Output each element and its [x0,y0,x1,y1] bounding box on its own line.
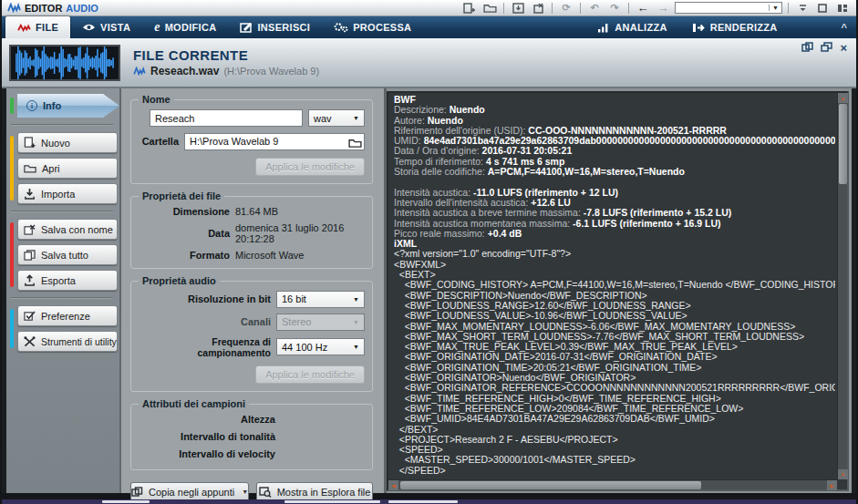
folder-path-input[interactable] [184,133,365,150]
tools-icon [24,336,36,347]
waveform-file-icon [133,67,146,76]
app-window: EDITORAUDIO ⟳ ↶ ↷ ← → ▼ FILE [0,0,858,504]
sidebar-item-preferenze[interactable]: Preferenze [17,305,118,326]
back-icon[interactable]: ← [635,2,651,15]
redo-icon[interactable]: ↷ [606,2,623,15]
sidebar-esporta-label: Esporta [41,275,76,286]
collapse-ribbon-icon[interactable] [794,2,811,15]
folder-open-icon [24,163,36,173]
tab-inserisci[interactable]: INSERISCI [228,16,322,38]
taskbar-sliver [2,499,856,504]
horizontal-scrollbar[interactable]: ◀ ▶ [388,479,837,489]
export-arrow-icon [24,274,36,286]
info-group: i Info [8,94,116,118]
format-select[interactable]: wav ▼ [308,109,365,127]
sidebar-item-esporta[interactable]: Esporta [17,270,118,291]
app-logo: EDITORAUDIO [7,3,98,14]
tab-modifica[interactable]: e MODIFICA [142,16,228,38]
scroll-left-icon[interactable]: ◀ [388,480,398,490]
open-folder-icon[interactable] [481,2,498,15]
restore-window-icon[interactable] [821,42,832,53]
maximize-icon[interactable] [814,2,831,15]
vertical-scrollbar[interactable]: ▲ ▼ [837,93,847,479]
new-document-icon [24,137,36,149]
sidebar-importa-label: Importa [41,189,75,200]
sidebar-item-strumenti[interactable]: Strumenti di utility [17,331,118,352]
tab-analizza[interactable]: ANALIZZA [585,16,678,38]
save-icon[interactable] [510,2,526,15]
sync-icon[interactable]: ⟳ [558,2,574,15]
new-file-icon[interactable] [461,2,478,15]
metadata-line: Storia delle codifiche: A=PCM,F=44100,W=… [394,167,835,177]
file-properties-section: Proprietà dei file Dimensione81.64 MB Da… [130,196,373,269]
sidebar-item-importa[interactable]: Importa [17,183,118,204]
tab-processa-label: PROCESSA [353,22,411,33]
save-as-icon[interactable] [530,2,546,15]
scroll-up-icon[interactable]: ▲ [838,93,848,103]
chevron-down-icon: ▼ [353,115,359,121]
gears-icon [334,22,348,33]
file-ops-group: Nuovo Apri Importa [8,132,116,204]
copy-icon [131,487,143,497]
layout-icon[interactable] [834,2,851,15]
forward-icon[interactable]: → [655,2,671,15]
vertical-scroll-thumb[interactable] [839,104,847,184]
info-icon: i [26,100,37,111]
save-ops-group: Salva con nome Salva tutto Esporta [8,219,116,291]
filename-input[interactable] [150,109,303,127]
horizontal-scroll-thumb[interactable] [400,481,701,489]
cascade-windows-icon[interactable] [801,42,813,53]
tab-vista[interactable]: VISTA [70,16,142,38]
metadata-panel-container: BWFDescrizione: NuendoAutore: NuendoRife… [387,88,852,493]
chevron-down-icon[interactable]: ▼ [769,5,781,11]
apply-name-button[interactable]: Applica le modifiche [255,158,365,176]
current-filename: Reseach.wav [150,65,219,77]
format-value: wav [314,113,332,124]
sample-rate-select[interactable]: 44 100 Hz▼ [276,338,365,355]
dimensione-value: 81.64 MB [235,206,278,217]
sidebar-item-apri[interactable]: Apri [17,158,118,179]
sidebar-preferenze-label: Preferenze [41,311,90,322]
scroll-down-icon[interactable]: ▼ [838,469,848,479]
sidebar-item-nuovo[interactable]: Nuovo [17,132,118,153]
chevron-down-icon: ▼ [353,296,359,303]
file-attributes-panel: Nome wav ▼ Cartella Applica le modifiche [121,88,387,493]
bit-resolution-label: Risoluzione in bit [139,293,271,304]
browse-folder-icon[interactable] [348,135,362,151]
tab-processa[interactable]: PROCESSA [322,16,423,38]
audio-properties-section: Proprietà audio Risoluzione in bit 16 bi… [130,281,373,392]
metadata-line: <BWFXML> [394,260,835,270]
import-arrow-icon [24,188,36,200]
sample-rate-label: Frequenza di campionamento [139,336,271,358]
nome-legend: Nome [139,94,174,105]
bar-chart-icon [597,23,610,33]
undo-icon[interactable]: ↶ [586,2,603,15]
file-header: FILE CORRENTE Reseach.wav (H:\Prova Wave… [2,38,856,88]
bit-resolution-select[interactable]: 16 bit▼ [276,291,365,308]
tab-inserisci-label: INSERISCI [257,22,310,33]
scroll-right-icon[interactable]: ▶ [827,480,837,490]
sidebar: i Info Nuovo Apri Importa [6,88,121,493]
navigation-combobox[interactable]: ▼ [675,2,782,14]
metadata-text: BWFDescrizione: NuendoAutore: NuendoRife… [394,95,835,478]
altezza-label: Altezza [139,414,275,425]
metadata-line: <PROJECT>Research 2 F - AESEBU</PROJECT> [394,435,835,445]
data-value: domenica 31 luglio 2016 20:12:28 [235,222,365,244]
sidebar-salva-con-nome-label: Salva con nome [41,224,113,235]
close-icon[interactable]: × [840,43,847,53]
tonalita-label: Intervallo di tonalità [139,431,275,442]
sidebar-item-salva-tutto[interactable]: Salva tutto [17,244,118,265]
sidebar-item-salva-con-nome[interactable]: Salva con nome [17,219,118,240]
apply-audio-button[interactable]: Applica le modifiche [255,365,365,384]
prefs-group: Preferenze Strumenti di utility [8,305,116,352]
file-properties-legend: Proprietà dei file [139,190,224,201]
ribbon-collapse-chevron-icon[interactable]: ^ [832,16,856,38]
tab-renderizza[interactable]: RENDERIZZA [679,16,790,38]
waveform-logo-icon [7,3,21,13]
formato-value: Microsoft Wave [235,250,304,261]
chevron-down-icon: ▼ [353,344,359,350]
tab-file-label: FILE [36,22,58,33]
nome-section: Nome wav ▼ Cartella Applica le modifiche [130,99,373,184]
sidebar-item-info[interactable]: i Info [17,94,119,118]
tab-file[interactable]: FILE [5,16,70,38]
